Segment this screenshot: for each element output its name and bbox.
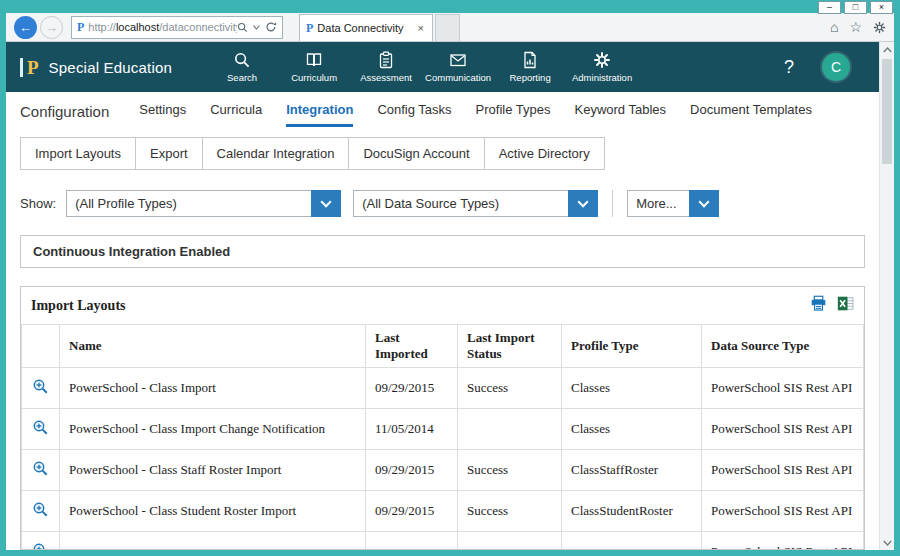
tab-profile-types[interactable]: Profile Types <box>476 102 551 127</box>
tab-curricula[interactable]: Curricula <box>210 102 262 127</box>
nav-curriculum[interactable]: Curriculum <box>278 51 350 83</box>
subtab-active-directory[interactable]: Active Directory <box>484 137 605 170</box>
chevron-down-icon <box>320 200 332 208</box>
nav-assessment[interactable]: Assessment <box>350 51 422 83</box>
favorites-star-icon[interactable]: ☆ <box>849 20 862 34</box>
cell-name: PowerSchool - Class Import <box>60 368 366 409</box>
user-avatar[interactable]: C <box>822 53 850 81</box>
header-icon-column <box>22 325 60 368</box>
table-header-row: Name Last Imported Last Import Status Pr… <box>22 325 864 368</box>
minimize-button[interactable]: – <box>818 1 841 14</box>
profile-type-dropdown-button[interactable] <box>311 190 341 217</box>
refresh-icon[interactable] <box>265 21 277 33</box>
import-layouts-panel: Import Layouts <box>20 286 865 550</box>
integration-subtabs: Import Layouts Export Calendar Integrati… <box>6 127 879 170</box>
subtab-import-layouts[interactable]: Import Layouts <box>20 137 136 170</box>
data-source-dropdown-button[interactable] <box>568 190 598 217</box>
show-label: Show: <box>20 196 56 211</box>
cell-status: Success <box>458 491 562 532</box>
configuration-page: Configuration Settings Curricula Integra… <box>6 92 894 550</box>
more-label[interactable]: More... <box>627 190 689 217</box>
gear-icon <box>593 51 611 69</box>
tab-title: Data Connectivity <box>317 22 403 34</box>
scrollbar-thumb[interactable] <box>882 59 892 164</box>
zoom-in-icon[interactable] <box>32 542 49 551</box>
chevron-down-icon <box>883 540 892 546</box>
cell-last-imported: 09/29/2015 <box>366 491 458 532</box>
help-button[interactable]: ? <box>778 57 800 78</box>
row-zoom-cell <box>22 491 60 532</box>
browser-tools: ⌂ ☆ <box>830 20 886 34</box>
table-row: PowerSchool SIS Rest API <box>22 532 864 551</box>
panel-title: Import Layouts <box>31 298 126 314</box>
cell-data-source: PowerSchool SIS Rest API <box>702 409 864 450</box>
chevron-down-icon <box>698 200 710 208</box>
tab-close-icon[interactable]: × <box>416 22 426 34</box>
browser-tab-data-connectivity[interactable]: P Data Connectivity × <box>299 14 433 41</box>
cell-last-imported: 09/29/2015 <box>366 368 458 409</box>
profile-type-value[interactable]: (All Profile Types) <box>66 190 311 217</box>
product-name: Special Education <box>49 59 172 76</box>
home-icon[interactable]: ⌂ <box>830 20 838 34</box>
zoom-in-icon[interactable] <box>32 501 49 522</box>
book-icon <box>305 51 323 69</box>
profile-type-dropdown[interactable]: (All Profile Types) <box>66 190 341 217</box>
new-tab-button[interactable] <box>435 14 460 41</box>
nav-label: Assessment <box>360 72 412 83</box>
app-header: P Special Education Search Curriculum As… <box>6 42 894 92</box>
zoom-in-icon[interactable] <box>32 460 49 481</box>
import-table-body: PowerSchool - Class Import 09/29/2015 Su… <box>22 368 864 551</box>
close-icon: × <box>879 3 884 12</box>
back-arrow-icon: ← <box>19 20 32 35</box>
cell-profile-type: Classes <box>562 409 702 450</box>
cell-data-source: PowerSchool SIS Rest API <box>702 491 864 532</box>
browser-forward-button[interactable]: → <box>40 16 63 39</box>
row-zoom-cell <box>22 450 60 491</box>
more-dropdown[interactable]: More... <box>627 190 719 217</box>
data-source-type-dropdown[interactable]: (All Data Source Types) <box>353 190 598 217</box>
app-nav: Search Curriculum Assessment Communicati… <box>206 51 638 83</box>
nav-label: Communication <box>425 72 491 83</box>
zoom-in-icon[interactable] <box>32 378 49 399</box>
maximize-button[interactable]: □ <box>844 1 867 14</box>
data-source-type-value[interactable]: (All Data Source Types) <box>353 190 568 217</box>
tab-settings[interactable]: Settings <box>139 102 186 127</box>
tab-integration[interactable]: Integration <box>286 102 353 127</box>
scroll-up-button[interactable] <box>880 42 894 57</box>
browser-back-button[interactable]: ← <box>14 16 37 39</box>
more-dropdown-button[interactable] <box>689 190 719 217</box>
tab-document-templates[interactable]: Document Templates <box>690 102 812 127</box>
address-dropdown-caret-icon[interactable] <box>253 25 260 30</box>
zoom-in-icon[interactable] <box>32 419 49 440</box>
scroll-down-button[interactable] <box>880 535 894 550</box>
nav-reporting[interactable]: Reporting <box>494 51 566 83</box>
export-excel-button[interactable] <box>837 295 854 316</box>
tab-config-tasks[interactable]: Config Tasks <box>377 102 451 127</box>
print-button[interactable] <box>810 295 827 316</box>
nav-communication[interactable]: Communication <box>422 51 494 83</box>
tab-keyword-tables[interactable]: Keyword Tables <box>575 102 667 127</box>
address-search-icon[interactable] <box>237 22 248 33</box>
nav-search[interactable]: Search <box>206 51 278 83</box>
header-last-imported: Last Imported <box>366 325 458 368</box>
subtab-export[interactable]: Export <box>135 137 203 170</box>
cell-status <box>458 532 562 551</box>
subtab-docusign-account[interactable]: DocuSign Account <box>348 137 484 170</box>
browser-settings-gear-icon[interactable] <box>873 21 886 34</box>
chevron-down-icon <box>577 200 589 208</box>
nav-administration[interactable]: Administration <box>566 51 638 83</box>
cell-data-source: PowerSchool SIS Rest API <box>702 368 864 409</box>
vertical-scrollbar[interactable] <box>879 42 894 550</box>
address-bar[interactable]: P http://localhost/dataconnectivitylay <box>71 16 283 39</box>
row-zoom-cell <box>22 409 60 450</box>
cell-last-imported <box>366 532 458 551</box>
header-name: Name <box>60 325 366 368</box>
table-row: PowerSchool - Class Staff Roster Import … <box>22 450 864 491</box>
url-host: localhost <box>116 21 159 33</box>
cell-last-imported: 09/29/2015 <box>366 450 458 491</box>
continuous-integration-banner: Continuous Integration Enabled <box>20 235 865 268</box>
subtab-calendar-integration[interactable]: Calendar Integration <box>202 137 350 170</box>
close-button[interactable]: × <box>870 1 893 14</box>
url-path: /dataconnectivitylay <box>159 21 237 33</box>
cell-data-source: PowerSchool SIS Rest API <box>702 450 864 491</box>
